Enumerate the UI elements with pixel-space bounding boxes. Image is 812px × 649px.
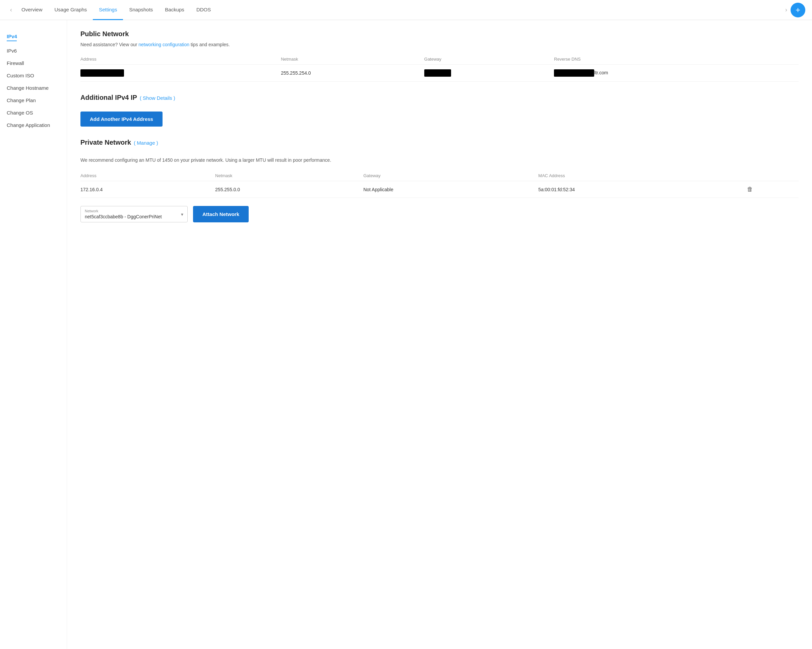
tab-backups[interactable]: Backups (159, 0, 190, 20)
sidebar-item-custom-iso[interactable]: Custom ISO (7, 69, 60, 82)
tab-ddos[interactable]: DDOS (190, 0, 217, 20)
add-ipv4-button[interactable]: Add Another IPv4 Address (81, 111, 163, 126)
sidebar-item-ipv4[interactable]: IPv4 (7, 30, 60, 44)
sidebar-item-change-plan[interactable]: Change Plan (7, 94, 60, 107)
col-reverse-dns: Reverse DNS (554, 54, 798, 65)
redacted-address (81, 69, 124, 77)
tab-usage-graphs[interactable]: Usage Graphs (49, 0, 93, 20)
public-address-cell (81, 65, 281, 82)
priv-mac-cell: 5a:00:01:fd:52:34 (538, 181, 746, 198)
private-network-section: Private Network ( Manage ) We recommend … (81, 139, 798, 222)
top-navigation: ‹ Overview Usage Graphs Settings Snapsho… (0, 0, 812, 20)
tab-overview[interactable]: Overview (15, 0, 49, 20)
col-netmask: Netmask (281, 54, 424, 65)
nav-next-arrow[interactable]: › (782, 6, 791, 14)
public-gateway-cell (424, 65, 554, 82)
private-network-heading-row: Private Network ( Manage ) (81, 139, 798, 150)
sidebar-item-change-application[interactable]: Change Application (7, 119, 60, 131)
priv-address-cell: 172.16.0.4 (81, 181, 215, 198)
tab-snapshots[interactable]: Snapshots (123, 0, 159, 20)
private-network-title: Private Network (81, 139, 131, 146)
public-network-description: Need assistance? View our networking con… (81, 42, 798, 47)
col-gateway: Gateway (424, 54, 554, 65)
private-network-note: We recommend configuring an MTU of 1450 … (81, 156, 382, 164)
public-network-table: Address Netmask Gateway Reverse DNS 255.… (81, 54, 798, 82)
col-address: Address (81, 54, 281, 65)
nav-tabs: Overview Usage Graphs Settings Snapshots… (15, 0, 782, 20)
additional-ipv4-heading-row: Additional IPv4 IP ( Show Details ) (81, 94, 798, 105)
priv-col-mac: MAC Address (538, 171, 746, 181)
public-network-row: 255.255.254.0 ltr.com (81, 65, 798, 82)
networking-config-link[interactable]: networking configuration (138, 42, 189, 47)
network-select[interactable]: Network net5caf3ccbabe8b - DggConerPriNe… (81, 206, 188, 222)
redacted-reverse-dns (554, 69, 594, 77)
priv-col-address: Address (81, 171, 215, 181)
sidebar: IPv4 IPv6 Firewall Custom ISO Change Hos… (0, 20, 67, 649)
main-layout: IPv4 IPv6 Firewall Custom ISO Change Hos… (0, 20, 812, 649)
attach-network-button[interactable]: Attach Network (193, 206, 249, 222)
additional-ipv4-title: Additional IPv4 IP (81, 94, 137, 102)
content-area: Public Network Need assistance? View our… (67, 20, 812, 649)
delete-network-icon[interactable]: 🗑 (747, 186, 753, 193)
network-select-label: Network (85, 209, 182, 213)
show-details-link[interactable]: ( Show Details ) (140, 95, 175, 101)
tab-settings[interactable]: Settings (93, 0, 123, 20)
sidebar-item-firewall[interactable]: Firewall (7, 57, 60, 69)
network-select-value: net5caf3ccbabe8b - DggConerPriNet (85, 214, 162, 219)
public-network-title: Public Network (81, 30, 798, 38)
additional-ipv4-section: Additional IPv4 IP ( Show Details ) Add … (81, 94, 798, 126)
priv-col-netmask: Netmask (215, 171, 363, 181)
public-netmask-cell: 255.255.254.0 (281, 65, 424, 82)
sidebar-item-ipv6[interactable]: IPv6 (7, 44, 60, 57)
priv-gateway-cell: Not Applicable (363, 181, 538, 198)
sidebar-item-change-os[interactable]: Change OS (7, 107, 60, 119)
add-fab-button[interactable]: + (791, 3, 805, 17)
priv-col-gateway: Gateway (363, 171, 538, 181)
attach-network-row: Network net5caf3ccbabe8b - DggConerPriNe… (81, 206, 798, 222)
public-reverse-dns-cell: ltr.com (554, 65, 798, 82)
nav-prev-arrow[interactable]: ‹ (7, 6, 15, 14)
priv-netmask-cell: 255.255.0.0 (215, 181, 363, 198)
sidebar-item-change-hostname[interactable]: Change Hostname (7, 82, 60, 94)
manage-link[interactable]: ( Manage ) (134, 140, 158, 146)
chevron-down-icon: ▾ (181, 212, 183, 217)
public-network-section: Public Network Need assistance? View our… (81, 30, 798, 82)
private-network-table: Address Netmask Gateway MAC Address 172.… (81, 171, 798, 198)
priv-col-actions (747, 171, 798, 181)
priv-delete-cell: 🗑 (747, 181, 798, 198)
private-network-row: 172.16.0.4 255.255.0.0 Not Applicable 5a… (81, 181, 798, 198)
redacted-gateway (424, 69, 451, 77)
